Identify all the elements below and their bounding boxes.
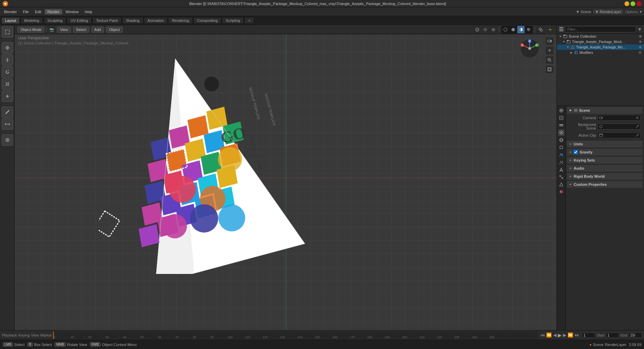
active-clip-field[interactable] xyxy=(597,132,641,138)
constraints-props-btn[interactable] xyxy=(558,174,565,180)
close-button[interactable] xyxy=(637,1,641,6)
outliner-filter-btn[interactable]: ▼ xyxy=(637,27,642,32)
bg-scene-eyedropper[interactable] xyxy=(636,125,639,128)
tab-scripting[interactable]: Scripting xyxy=(222,17,244,24)
viewport-pan-btn[interactable] xyxy=(545,46,554,55)
proportional-edit-btn[interactable] xyxy=(490,26,497,33)
toolbar-select-box[interactable] xyxy=(2,26,13,38)
play-btn[interactable]: ▶ xyxy=(558,333,562,338)
maximize-button[interactable] xyxy=(631,1,635,6)
audio-section-header[interactable]: Audio xyxy=(567,165,643,172)
frame-start-input[interactable] xyxy=(606,333,619,338)
keying-sets-header[interactable]: Keying Sets xyxy=(567,157,643,164)
shading-solid-btn[interactable] xyxy=(509,26,517,33)
material-props-btn[interactable] xyxy=(558,188,565,195)
camera-field[interactable] xyxy=(597,115,641,121)
output-props-btn[interactable] xyxy=(558,114,565,121)
toolbar-annotate[interactable] xyxy=(2,106,13,118)
playback-dropdown[interactable]: Playback xyxy=(2,333,17,337)
minimize-button[interactable] xyxy=(624,1,629,6)
scene-collection-eye-icon[interactable] xyxy=(639,35,642,38)
object-props-btn[interactable] xyxy=(558,144,565,151)
current-frame-input[interactable] xyxy=(582,333,595,338)
tab-compositing[interactable]: Compositing xyxy=(193,17,221,24)
tab-texture-paint[interactable]: Texture Paint xyxy=(92,17,121,24)
scene-section-header[interactable]: Scene xyxy=(567,107,643,114)
gizmo-btn[interactable] xyxy=(546,26,554,33)
menu-file[interactable]: File xyxy=(20,9,32,14)
outliner-filter-input[interactable] xyxy=(565,26,636,32)
modifier-props-btn[interactable] xyxy=(558,151,565,158)
jump-to-end-btn[interactable]: ⏭ xyxy=(575,333,579,338)
outliner-scene-collection[interactable]: ▼ Scene Collection xyxy=(557,34,644,39)
modifiers-settings-icon[interactable] xyxy=(638,50,642,55)
outliner-package-collection[interactable]: ▼ Triangle_Aseptic_Package_Mockup_Colore… xyxy=(557,39,644,44)
shading-rendered-btn[interactable] xyxy=(525,26,532,33)
tab-sculpting[interactable]: Sculpting xyxy=(44,17,66,24)
render-props-btn[interactable] xyxy=(558,107,565,114)
world-props-btn[interactable] xyxy=(558,137,565,143)
menu-window[interactable]: Window xyxy=(63,9,81,14)
view-menu[interactable]: View xyxy=(57,27,71,33)
toolbar-cursor[interactable] xyxy=(2,42,13,54)
menu-help[interactable]: Help xyxy=(82,9,95,14)
shading-material-btn[interactable] xyxy=(517,26,525,33)
frame-end-input[interactable] xyxy=(629,333,642,338)
gravity-section-header[interactable]: Gravity xyxy=(567,149,643,155)
timeline-ruler-area[interactable]: 1 10 20 30 40 50 60 70 80 90 100 110 120… xyxy=(53,331,538,339)
outliner-package-object[interactable]: ▼ Triangle_Aseptic_Package_Mockup_Colo xyxy=(557,44,644,50)
tab-modeling[interactable]: Modeling xyxy=(21,17,43,24)
global-dropdown[interactable] xyxy=(473,26,481,33)
toolbar-rotate[interactable] xyxy=(2,66,13,78)
rigid-body-header[interactable]: Rigid Body World xyxy=(567,173,643,180)
units-section-header[interactable]: Units xyxy=(567,141,643,147)
viewport[interactable]: Object Mode 📷 View Select Add Object xyxy=(15,25,557,330)
axis-gizmo[interactable]: X Y Z xyxy=(520,38,540,59)
timeline-view-dropdown[interactable]: View xyxy=(31,333,39,337)
look-through-camera-btn[interactable] xyxy=(545,37,554,45)
select-menu[interactable]: Select xyxy=(73,27,89,33)
overlay-btn[interactable] xyxy=(537,26,544,33)
tab-shading[interactable]: Shading xyxy=(122,17,143,24)
camera-field-eyedropper[interactable] xyxy=(636,116,639,119)
bg-scene-field[interactable] xyxy=(597,124,641,130)
snap-dropdown[interactable] xyxy=(482,26,489,33)
tab-uv-editing[interactable]: UV Editing xyxy=(67,17,92,24)
tab-rendering[interactable]: Rendering xyxy=(168,17,193,24)
next-keyframe-btn[interactable]: ⏩ xyxy=(568,333,573,338)
menu-render[interactable]: Render xyxy=(45,9,62,14)
view-menu-icon[interactable]: 📷 xyxy=(49,27,55,33)
view-layer-props-btn[interactable] xyxy=(558,122,565,129)
tab-layout[interactable]: Layout xyxy=(1,17,20,24)
package-object-eye-icon[interactable] xyxy=(639,45,642,49)
gravity-checkbox[interactable] xyxy=(574,150,578,154)
viewport-zoom-btn[interactable] xyxy=(545,56,554,64)
outliner-modifiers[interactable]: ▶ Modifiers xyxy=(557,50,644,55)
next-frame-btn[interactable]: ▶ xyxy=(563,333,566,338)
object-mode-dropdown[interactable]: Object Mode xyxy=(17,27,44,33)
jump-to-start-btn[interactable]: ⏮ xyxy=(540,333,545,338)
physics-props-btn[interactable] xyxy=(558,166,565,173)
object-menu[interactable]: Object xyxy=(106,27,123,33)
custom-props-header[interactable]: Custom Properties xyxy=(567,181,643,188)
toolbar-move[interactable] xyxy=(2,54,13,66)
toolbar-measure[interactable] xyxy=(2,118,13,130)
menu-blender[interactable]: Blender xyxy=(1,9,20,14)
marker-dropdown[interactable]: Marker xyxy=(40,333,52,337)
package-collection-eye-icon[interactable] xyxy=(639,40,642,43)
prev-keyframe-btn[interactable]: ⏪ xyxy=(546,333,552,338)
toolbar-scale[interactable] xyxy=(2,78,13,90)
toolbar-add-object[interactable] xyxy=(2,134,13,146)
active-clip-eyedropper[interactable] xyxy=(636,134,639,137)
particles-props-btn[interactable] xyxy=(558,159,565,166)
object-data-props-btn[interactable] xyxy=(558,181,565,188)
keying-dropdown[interactable]: Keying xyxy=(18,333,30,337)
add-menu[interactable]: Add xyxy=(91,27,104,33)
menu-edit[interactable]: Edit xyxy=(32,9,44,14)
prev-frame-btn[interactable]: ◀ xyxy=(553,333,557,338)
toolbar-transform[interactable] xyxy=(2,91,13,102)
viewport-ortho-btn[interactable] xyxy=(545,65,554,74)
tab-animation[interactable]: Animation xyxy=(144,17,168,24)
shading-wireframe-btn[interactable] xyxy=(502,26,509,33)
scene-props-btn[interactable] xyxy=(558,129,565,136)
